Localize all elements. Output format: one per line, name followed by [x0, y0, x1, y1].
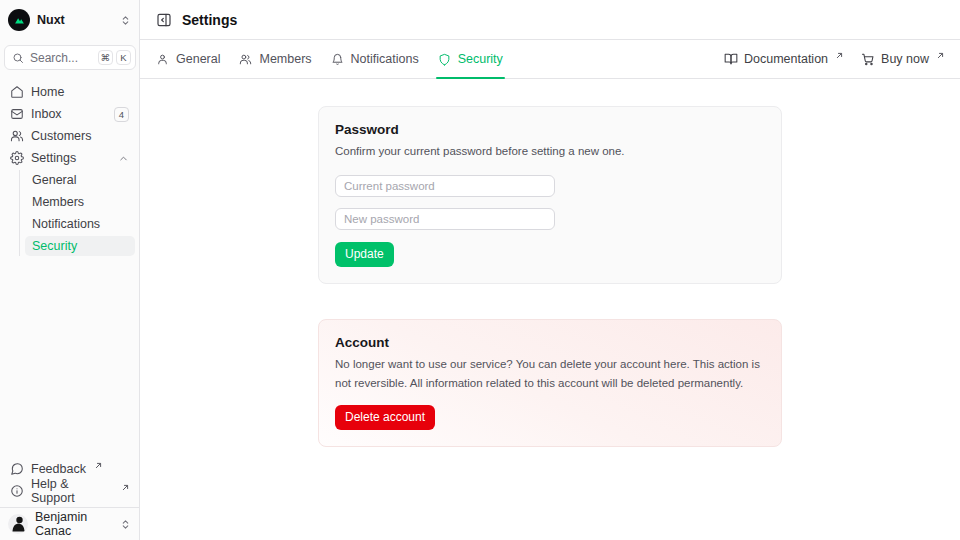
cart-icon: [861, 52, 875, 66]
password-card: Password Confirm your current password b…: [318, 106, 782, 284]
sidebar-collapse-icon[interactable]: [156, 12, 172, 28]
settings-security-content: Password Confirm your current password b…: [140, 79, 960, 540]
sidebar-item-customers[interactable]: Customers: [4, 126, 135, 146]
external-link-icon: [95, 462, 102, 469]
shield-icon: [438, 53, 451, 66]
link-label: Buy now: [881, 52, 929, 66]
nuxt-logo-icon: [8, 9, 30, 31]
sidebar-item-label: Settings: [31, 151, 76, 165]
external-link-icon: [836, 52, 843, 59]
home-icon: [10, 85, 24, 99]
account-card-title: Account: [335, 335, 765, 350]
sidebar-item-general[interactable]: General: [25, 170, 135, 190]
tab-general[interactable]: General: [156, 40, 220, 78]
external-link-icon: [122, 484, 129, 491]
sidebar-item-label: Members: [32, 195, 84, 209]
chevron-up-down-icon: [120, 15, 131, 26]
account-card-description: No longer want to use our service? You c…: [335, 355, 765, 393]
tab-label: Security: [458, 52, 503, 66]
external-link-icon: [937, 52, 944, 59]
kbd-k: K: [116, 50, 131, 65]
settings-submenu: General Members Notifications Security: [19, 170, 135, 256]
tab-notifications[interactable]: Notifications: [331, 40, 419, 78]
tab-label: Notifications: [351, 52, 419, 66]
sidebar-item-home[interactable]: Home: [4, 82, 135, 102]
new-password-field[interactable]: [335, 208, 555, 230]
search-icon: [12, 52, 24, 64]
sidebar: Nuxt Search... ⌘ K: [0, 0, 140, 540]
users-icon: [10, 129, 24, 143]
tab-label: Members: [259, 52, 311, 66]
tab-members[interactable]: Members: [239, 40, 311, 78]
sidebar-footer: Feedback Help & Support: [0, 459, 139, 507]
sidebar-item-feedback[interactable]: Feedback: [4, 459, 135, 479]
sidebar-nav: Home Inbox 4 Customers: [0, 70, 139, 258]
sidebar-item-inbox[interactable]: Inbox 4: [4, 104, 135, 124]
team-name: Nuxt: [37, 13, 65, 27]
user-avatar: [8, 514, 28, 534]
sidebar-item-security[interactable]: Security: [25, 236, 135, 256]
sidebar-item-notifications[interactable]: Notifications: [25, 214, 135, 234]
delete-account-button[interactable]: Delete account: [335, 405, 435, 430]
account-card: Account No longer want to use our servic…: [318, 319, 782, 447]
page-title: Settings: [182, 12, 237, 28]
current-password-field[interactable]: [335, 175, 555, 197]
sidebar-item-label: Customers: [31, 129, 91, 143]
search-placeholder: Search...: [30, 51, 78, 65]
main-panel: Settings General Members: [140, 0, 960, 540]
sidebar-item-label: Inbox: [31, 107, 62, 121]
team-switcher[interactable]: Nuxt: [0, 0, 139, 40]
bell-icon: [331, 53, 344, 66]
password-card-description: Confirm your current password before set…: [335, 142, 765, 161]
sidebar-item-label: Security: [32, 239, 77, 253]
password-card-title: Password: [335, 122, 765, 137]
sidebar-item-label: Help & Support: [31, 477, 113, 505]
kbd-meta: ⌘: [98, 50, 114, 65]
chevron-up-down-icon: [120, 519, 131, 530]
page-header: Settings: [140, 0, 960, 40]
search-shortcut: ⌘ K: [98, 50, 132, 65]
sidebar-item-members[interactable]: Members: [25, 192, 135, 212]
users-icon: [239, 53, 252, 66]
chevron-up-icon: [118, 153, 129, 164]
info-circle-icon: [10, 484, 24, 498]
buy-now-link[interactable]: Buy now: [861, 52, 944, 66]
tab-bar: General Members Notifications: [140, 40, 960, 79]
sidebar-item-label: Home: [31, 85, 64, 99]
sidebar-item-settings[interactable]: Settings: [4, 148, 135, 168]
sidebar-item-label: Notifications: [32, 217, 100, 231]
chat-bubble-icon: [10, 462, 24, 476]
update-password-button[interactable]: Update: [335, 242, 394, 267]
book-open-icon: [724, 52, 738, 66]
tab-label: General: [176, 52, 220, 66]
inbox-count-badge: 4: [114, 107, 129, 122]
user-icon: [156, 53, 169, 66]
link-label: Documentation: [744, 52, 828, 66]
tabbar-links: Documentation Buy now: [724, 40, 944, 78]
sidebar-item-label: Feedback: [31, 462, 86, 476]
documentation-link[interactable]: Documentation: [724, 52, 843, 66]
app-window: Nuxt Search... ⌘ K: [0, 0, 960, 540]
user-name: Benjamin Canac: [35, 510, 113, 538]
sidebar-item-label: General: [32, 173, 76, 187]
user-menu[interactable]: Benjamin Canac: [0, 507, 139, 540]
search-input[interactable]: Search... ⌘ K: [4, 45, 136, 70]
inbox-icon: [10, 107, 24, 121]
tab-security[interactable]: Security: [438, 40, 503, 78]
gear-icon: [10, 151, 24, 165]
sidebar-item-help-support[interactable]: Help & Support: [4, 481, 135, 501]
